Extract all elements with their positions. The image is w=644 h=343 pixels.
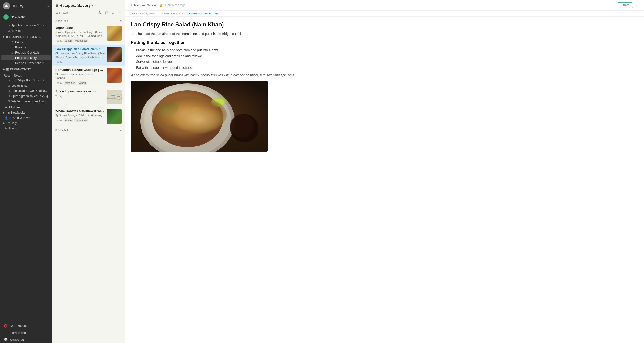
group-count: 1 <box>120 128 122 131</box>
sidebar-item-drinks[interactable]: ☐ Drinks <box>1 40 51 45</box>
sidebar-item-label: Trash <box>9 126 49 130</box>
note-list-scroll[interactable]: JUNE 2021 5 Vegan laksa serves: 4 prep: … <box>52 18 125 343</box>
sidebar-item-label: Recipes: Savory <box>15 56 49 60</box>
thumb-image <box>107 47 122 62</box>
note-date: Today <box>55 118 62 122</box>
note-item-vegan-laksa[interactable]: Vegan laksa serves: 4 prep: 20 min cooki… <box>52 24 125 45</box>
more-options-button[interactable]: ··· <box>117 10 122 15</box>
food-image-visual <box>131 81 268 152</box>
source-url[interactable]: pupswithchopsticks.com <box>188 12 218 15</box>
tag-icon: 🏷 <box>7 122 10 124</box>
editor-meta: Created: Dec 1, 2020 Updated: Jun 6, 202… <box>125 11 644 16</box>
sidebar-item-label: All Notes <box>8 106 49 109</box>
editor-content[interactable]: Lao Crispy Rice Salad (Nam Khao) Then ad… <box>125 16 644 343</box>
view-toggle-button[interactable]: ⊞ <box>104 10 109 15</box>
note-preview: Clip source: Lao Crispy Rice Salad (Nam … <box>55 52 105 59</box>
shared-icon: 👤 <box>5 116 8 120</box>
tag-placeholder[interactable]: click to add tags <box>165 4 616 7</box>
sort-button[interactable]: ⇅ <box>98 10 102 15</box>
note-date: Today <box>55 39 62 42</box>
note-icon: ☐ <box>8 95 10 98</box>
share-button[interactable]: Share <box>618 2 633 8</box>
upgrade-icon: ⊞ <box>4 331 6 334</box>
all-notes-icon: ☰ <box>5 106 7 109</box>
note-title: Romanian Stewed Cabbage | Tasty Kitchen <box>55 68 105 72</box>
sidebar-item-go-premium[interactable]: ⭕ Go Premium <box>0 322 52 329</box>
note-footer: Today <box>55 95 105 98</box>
user-profile[interactable]: JD Jill Duffy ▾ <box>0 0 52 12</box>
note-content: Spiced green sauce - skhug Today <box>55 90 105 104</box>
sidebar-item-tags[interactable]: ▶ 🏷 Tags <box>1 120 51 126</box>
note-item-romanian[interactable]: Romanian Stewed Cabbage | Tasty Kitchen … <box>52 66 125 87</box>
svg-point-5 <box>172 106 189 122</box>
editor-toolbar: ☐ Recipes: Savory 🔒 click to add tags Sh… <box>125 0 644 11</box>
sidebar-item-all-notes[interactable]: ☰ All Notes <box>1 105 51 110</box>
note-preview: By Susan Spungen Yield 4 to 6 serving... <box>55 114 105 117</box>
sidebar-item-label: Spiced green sauce - skhug <box>11 94 49 98</box>
created-label: Created: Dec 1, 2020 <box>129 12 155 15</box>
note-footer: Today <box>55 60 105 63</box>
sidebar-item-recipes-sweet[interactable]: ☐ Recipes: Sweet and Baking <box>1 60 51 66</box>
note-content: Whole Roasted Cauliflower With Pistachio… <box>55 109 105 124</box>
sidebar-item-upgrade-team[interactable]: ⊞ Upgrade Team <box>0 329 52 336</box>
note-list-title[interactable]: ▣ Recipes: Savory ▾ <box>55 3 122 8</box>
note-item-cauliflower[interactable]: Whole Roasted Cauliflower With Pistachio… <box>52 107 125 126</box>
notebook-icon: ▣ <box>6 68 9 71</box>
trash-icon: 🗑 <box>5 127 7 130</box>
plus-icon: + <box>3 14 8 20</box>
sidebar-item-recent-spiced[interactable]: ☐ Spiced green sauce - skhug <box>1 94 51 99</box>
svg-point-8 <box>191 107 200 116</box>
sidebar-item-trash[interactable]: 🗑 Trash <box>1 126 51 131</box>
new-note-button[interactable]: + New Note <box>0 12 52 22</box>
sidebar-item-projects[interactable]: ☐ Projects <box>1 45 51 50</box>
sidebar-item-shared[interactable]: 👤 Shared with Me <box>1 115 51 120</box>
sidebar-tree: ☐ Spanish Language Notes ☐ Tiny Tim ▾ ▣ … <box>0 22 52 322</box>
note-list-meta: 116 notes ⇅ ⊞ ⊕ ··· <box>55 10 122 15</box>
notebook-title: Recipes: Savory <box>60 3 91 8</box>
new-note-list-button[interactable]: ⊕ <box>111 10 115 15</box>
sidebar-item-recent-vegan[interactable]: ☐ Vegan laksa <box>1 83 51 88</box>
sidebar-item-recipes-cocktails[interactable]: ☐ Recipes: Cocktails <box>1 50 51 55</box>
note-icon: ☐ <box>8 79 10 82</box>
sidebar-item-work-chat[interactable]: 💬 Work Chat <box>0 336 52 343</box>
note-tag: vegan <box>64 118 73 122</box>
lock-icon: 🔒 <box>159 4 163 7</box>
note-content: Romanian Stewed Cabbage | Tasty Kitchen … <box>55 68 105 84</box>
sidebar-item-spanish-notes[interactable]: ☐ Spanish Language Notes <box>1 23 51 28</box>
svg-point-15 <box>200 120 204 124</box>
sidebar-item-recent-cauliflower[interactable]: ☐ Whole Roasted Cauliflower With P... <box>1 99 51 104</box>
note-icon: ☐ <box>8 29 10 32</box>
svg-point-9 <box>159 104 178 115</box>
chat-icon: 💬 <box>4 338 8 341</box>
sidebar-item-notebooks[interactable]: ▶ ▣ Notebooks <box>1 110 51 115</box>
section-header-label: RECIPES & PROJECTS <box>10 36 41 38</box>
sidebar-item-label: Lao Crispy Rice Salad (Nam Khao) <box>11 79 49 82</box>
bullet-item: Add in the toppings and dressing and mix… <box>136 54 638 58</box>
note-thumbnail: 1 tbsp cumin 2 tsp coriander 1 cup parsl… <box>107 90 122 104</box>
note-title: Whole Roasted Cauliflower With Pistachio… <box>55 109 105 113</box>
note-date: Today <box>55 60 62 63</box>
note-title-heading: Lao Crispy Rice Salad (Nam Khao) <box>131 21 638 28</box>
note-list-header: ▣ Recipes: Savory ▾ 116 notes ⇅ ⊞ ⊕ ··· <box>52 0 125 18</box>
sidebar-item-recent-romanian[interactable]: ☐ Romanian Stewed Cabbage | Tast... <box>1 88 51 94</box>
sidebar-item-recent-lao[interactable]: ☐ Lao Crispy Rice Salad (Nam Khao) <box>1 78 51 83</box>
sidebar-item-tiny-tim[interactable]: ☐ Tiny Tim <box>1 28 51 33</box>
note-footer: Today romanian vegan <box>55 81 105 84</box>
sidebar-item-label: Recipes: Cocktails <box>15 51 49 54</box>
note-item-lao-crispy[interactable]: Lao Crispy Rice Salad (Nam Khao) Clip so… <box>52 45 125 66</box>
note-date: Today <box>55 82 62 84</box>
sidebar-item-label: Projects <box>15 46 49 49</box>
editor-notebook-name: Recipes: Savory <box>134 4 157 7</box>
more-options-button[interactable]: ··· <box>635 2 640 8</box>
sidebar-section-recipes-projects[interactable]: ▾ ▣ RECIPES & PROJECTS <box>1 34 51 40</box>
notebook-icon: ▣ <box>6 35 8 38</box>
sidebar-item-label: Vegan laksa <box>11 84 49 88</box>
sidebar-item-recipes-savory[interactable]: ☐ Recipes: Savory <box>1 55 51 60</box>
note-icon: ☐ <box>8 84 10 88</box>
note-item-spiced-green[interactable]: Spiced green sauce - skhug Today 1 tbsp … <box>52 87 125 107</box>
note-footer: Today vegan vegetarian <box>55 118 105 122</box>
note-tag: vegetarian <box>74 39 88 42</box>
chevron-down-icon: ▾ <box>48 5 49 7</box>
note-icon: ☐ <box>11 41 14 44</box>
sidebar-section-productivity[interactable]: ▶ ▣ PRODUCTIVITY <box>1 66 51 72</box>
